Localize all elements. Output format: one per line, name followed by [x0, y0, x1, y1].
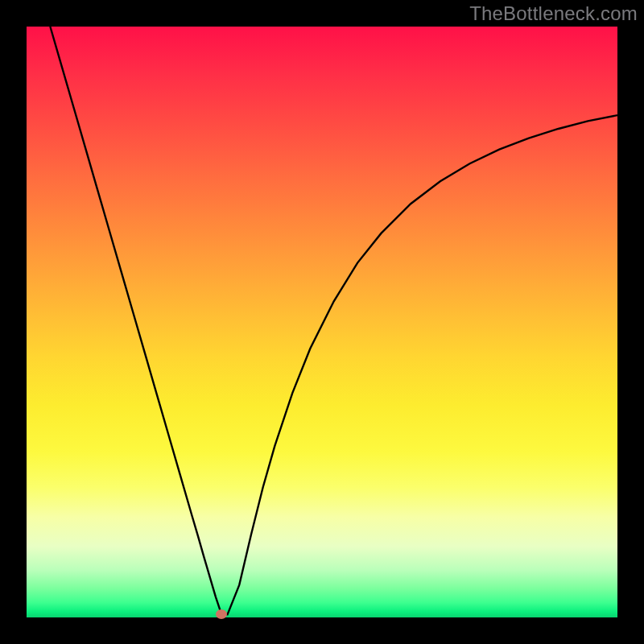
chart-frame: TheBottleneck.com [0, 0, 644, 644]
plot-area [27, 27, 617, 617]
bottleneck-curve [27, 27, 617, 617]
curve-path [50, 27, 617, 614]
optimum-marker [216, 609, 227, 619]
watermark-text: TheBottleneck.com [469, 2, 638, 25]
